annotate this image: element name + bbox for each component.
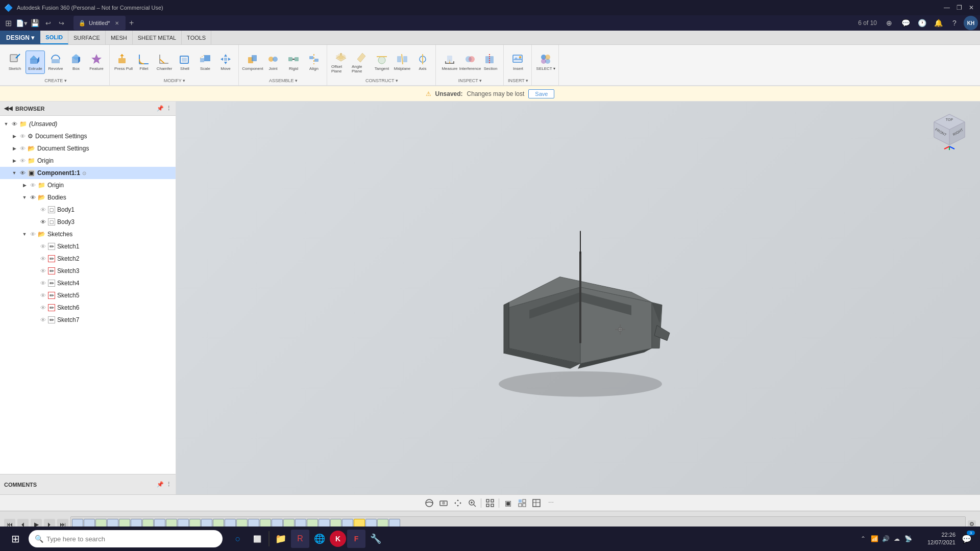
align-button[interactable]: Align [304,51,324,74]
component1-eye[interactable]: 👁 [18,169,27,177]
tray-network-icon[interactable]: 📶 [870,534,879,543]
tree-sketch1[interactable]: ▶ 👁 ✏ Sketch1 [0,240,176,253]
fillet-button[interactable]: Fillet [134,51,154,74]
tab-mesh[interactable]: MESH [106,31,133,44]
tray-wifi-icon[interactable]: 📡 [903,534,913,543]
origin-comp-arrow[interactable]: ▶ [20,181,29,189]
new-component-button[interactable]: Component [243,51,262,74]
measure-button[interactable]: Measure [440,51,459,74]
tree-origin-component[interactable]: ▶ 👁 📁 Origin [0,179,176,191]
offset-plane-button[interactable]: Offset Plane [331,51,351,74]
inspect-group-label[interactable]: INSPECT ▾ [458,78,482,83]
file-explorer-icon[interactable]: 📁 [272,530,290,548]
revolve-button[interactable]: Revolve [46,51,65,74]
display-mode-button[interactable]: ▣ [501,496,514,510]
sketch3-eye[interactable]: 👁 [39,267,47,275]
sketch5-eye[interactable]: 👁 [39,291,47,299]
scale-button[interactable]: Scale [195,51,215,74]
history-icon[interactable]: 🕐 [915,16,929,30]
construct-group-label[interactable]: CONSTRUCT ▾ [365,78,398,83]
notification-button[interactable]: 💬 3 [958,530,976,548]
comments-pin-icon[interactable]: 📌 [157,481,164,488]
design-dropdown[interactable]: DESIGN ▾ [0,31,40,44]
browser-collapse-icon[interactable]: ◀◀ [4,105,12,112]
close-button[interactable]: ✕ [967,3,976,12]
extrude-button[interactable]: Extrude [26,51,45,74]
tree-doc-settings[interactable]: ▶ 👁 ⚙ Document Settings [0,130,176,142]
bodies-arrow[interactable]: ▼ [20,193,29,202]
bodies-eye[interactable]: 👁 [29,193,37,202]
rigid-group-button[interactable]: Rigid [284,51,303,74]
tree-bodies[interactable]: ▼ 👁 📂 Bodies [0,191,176,204]
tool-icon[interactable]: 🔧 [366,530,385,548]
section-analysis-button[interactable]: Section [481,51,500,74]
doc-settings-arrow[interactable]: ▶ [10,132,18,140]
joint-button[interactable]: Joint [263,51,283,74]
viewcube[interactable]: TOP RIGHT FRONT [929,112,970,153]
app-icon-k[interactable]: K [330,531,346,547]
minimize-button[interactable]: — [942,3,951,12]
tree-sketch7[interactable]: ▶ 👁 ✏ Sketch7 [0,314,176,326]
tree-origin-root[interactable]: ▶ 👁 📁 Origin [0,155,176,167]
box-button[interactable]: Box [66,51,86,74]
browser-menu-icon[interactable]: ⋮ [166,105,172,112]
sketch1-eye[interactable]: 👁 [39,242,47,251]
feature-button[interactable]: Feature [87,51,106,74]
fusion-icon[interactable]: F [347,530,365,548]
sketch4-eye[interactable]: 👁 [39,279,47,287]
tree-component1[interactable]: ▼ 👁 ▣ Component1:1 ⊙ [0,167,176,179]
body3-eye[interactable]: 👁 [39,218,47,226]
modify-group-label[interactable]: MODIFY ▾ [164,78,185,83]
search-box[interactable]: 🔍 [29,530,223,547]
save-icon[interactable]: 💾 [29,17,41,29]
help-icon[interactable]: ? [947,16,962,30]
origin-root-eye[interactable]: 👁 [18,157,27,165]
tree-sketch2[interactable]: ▶ 👁 ✏ Sketch2 [0,253,176,265]
bell-icon[interactable]: 🔔 [931,16,945,30]
cortana-button[interactable]: ○ [229,530,247,548]
named-views-arrow[interactable]: ▶ [10,144,18,153]
plane-at-angle-button[interactable]: Angle Plane [352,51,371,74]
file-menu-icon[interactable]: 📄▾ [15,17,28,29]
grid-button[interactable] [530,496,543,510]
sketches-arrow[interactable]: ▼ [20,230,29,238]
browser-pin-icon[interactable]: 📌 [157,105,164,112]
root-eye[interactable]: 👁 [10,120,18,128]
midplane-button[interactable]: Midplane [393,51,412,74]
start-button[interactable]: ⊞ [4,528,27,550]
shell-button[interactable]: Shell [175,51,194,74]
insert-image-button[interactable]: Insert [508,51,528,74]
viewport[interactable]: TOP RIGHT FRONT [176,102,980,494]
tab-close-button[interactable]: ✕ [113,19,120,27]
document-tab[interactable]: 🔒 Untitled* ✕ [74,16,126,30]
add-panel-icon[interactable]: ⊕ [882,16,896,30]
tree-sketch3[interactable]: ▶ 👁 ✏ Sketch3 [0,265,176,277]
system-clock[interactable]: 22:26 12/07/2021 [915,531,955,547]
insert-group-label[interactable]: INSERT ▾ [508,78,528,83]
more-options-button[interactable]: ⋯ [544,496,557,510]
look-at-button[interactable] [437,496,450,510]
select-button[interactable]: SELECT ▾ [536,51,555,74]
named-views-eye[interactable]: 👁 [18,144,27,153]
axis-button[interactable]: Axis [413,51,432,74]
sketch2-eye[interactable]: 👁 [39,255,47,263]
interference-button[interactable]: Interference [460,51,480,74]
tab-solid[interactable]: SOLID [40,31,68,44]
maximize-button[interactable]: ❐ [954,3,964,12]
tray-sound-icon[interactable]: 🔊 [881,534,890,543]
tangent-plane-button[interactable]: Tangent [372,51,391,74]
tab-tools[interactable]: TOOLS [182,31,211,44]
move-button[interactable]: Move [216,51,235,74]
app-grid-icon[interactable]: ⊞ [2,17,14,29]
tray-cloud-icon[interactable]: ☁ [892,534,901,543]
redo-icon[interactable]: ↪ [55,17,67,29]
tree-sketch4[interactable]: ▶ 👁 ✏ Sketch4 [0,277,176,289]
tree-root[interactable]: ▼ 👁 📁 (Unsaved) [0,118,176,130]
assemble-group-label[interactable]: ASSEMBLE ▾ [269,78,298,83]
fit-button[interactable] [483,496,497,510]
view-mode-button[interactable] [516,496,529,510]
ram-icon[interactable]: R [291,530,309,548]
component1-arrow[interactable]: ▼ [10,169,18,177]
tree-sketch6[interactable]: ▶ 👁 ✏ Sketch6 [0,302,176,314]
chat-icon[interactable]: 💬 [898,16,913,30]
